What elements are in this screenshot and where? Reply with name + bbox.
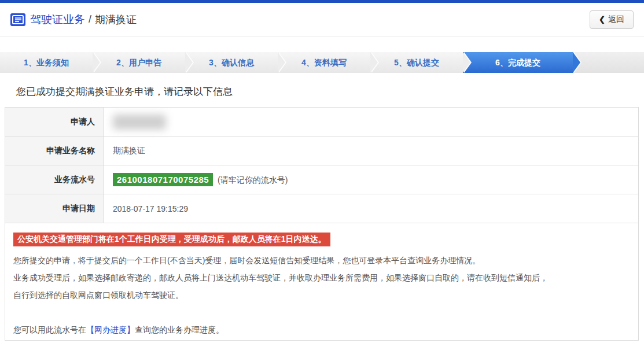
page-title: 期满换证 [95, 13, 137, 27]
serial-number-badge: 261001807170075285 [113, 173, 213, 186]
applicant-name-redacted [113, 115, 166, 130]
step-1-notice: 1、业务须知 [0, 52, 93, 73]
row-value: 2018-07-17 19:15:29 [104, 194, 639, 223]
step-4-fill-data: 4、资料填写 [278, 52, 370, 73]
step-label: 4、资料填写 [301, 58, 347, 67]
license-service-list-icon [10, 13, 25, 26]
title-separator: / [89, 13, 91, 25]
row-value: 261001807170075285 (请牢记你的流水号) [104, 165, 639, 194]
step-label: 6、完成提交 [495, 58, 540, 67]
progress-status-link[interactable]: 【网办进度】 [86, 325, 135, 334]
row-label: 申请日期 [5, 194, 104, 223]
progress-suffix: 查询您的业务办理进度。 [135, 325, 224, 334]
table-row-serial-number: 业务流水号 261001807170075285 (请牢记你的流水号) [5, 165, 639, 194]
page-header: 驾驶证业务 / 期满换证 ❮ 返回 [0, 3, 644, 36]
progress-prefix: 您可以用此流水号在 [13, 325, 86, 334]
notice-paragraph: 业务成功受理后，如果选择邮政寄递的，邮政人员将上门送达机动车驾驶证，并收取办理业… [13, 269, 630, 286]
table-row-service-name: 申请业务名称 期满换证 [5, 137, 639, 165]
table-row-apply-date: 申请日期 2018-07-17 19:15:29 [5, 194, 639, 223]
progress-query-line: 您可以用此流水号在【网办进度】查询您的业务办理进度。 [13, 321, 630, 338]
back-button[interactable]: ❮ 返回 [590, 10, 634, 29]
wizard-step-bar: 1、业务须知 2、用户申告 3、确认信息 4、资料填写 5、确认提交 6、完成提… [0, 52, 644, 73]
row-value: 期满换证 [104, 137, 639, 165]
notice-panel: 公安机关交通管理部门将在1个工作日内受理，受理成功后，邮政人员将在1日内送达。 … [5, 223, 639, 341]
alert-banner: 公安机关交通管理部门将在1个工作日内受理，受理成功后，邮政人员将在1日内送达。 [13, 233, 330, 246]
success-heading: 您已成功提交期满换证业务申请，请记录以下信息 [16, 85, 628, 98]
step-6-complete-active: 6、完成提交 [463, 52, 573, 73]
notice-paragraph: 您所提交的申请，将于提交后的一个工作日(不含当天)受理，届时会发送短信告知受理结… [13, 252, 630, 269]
back-button-label: 返回 [608, 14, 624, 25]
row-label: 申请业务名称 [5, 137, 104, 165]
chevron-left-icon: ❮ [599, 15, 605, 24]
step-label: 5、确认提交 [394, 58, 439, 67]
step-2-declaration: 2、用户申告 [93, 52, 185, 73]
section-title: 驾驶证业务 [30, 12, 85, 27]
step-5-confirm-submit: 5、确认提交 [370, 52, 463, 73]
serial-number-note: (请牢记你的流水号) [218, 175, 288, 185]
step-label: 1、业务须知 [24, 58, 69, 67]
row-value [104, 108, 639, 137]
notice-paragraph: 自行到选择的自取网点窗口领取机动车驾驶证。 [13, 286, 630, 304]
application-info-table: 申请人 申请业务名称 期满换证 业务流水号 261001807170075285… [5, 107, 639, 223]
step-bar-filler [573, 52, 644, 73]
step-label: 2、用户申告 [116, 58, 161, 67]
row-label: 申请人 [5, 108, 104, 137]
row-label: 业务流水号 [5, 165, 104, 194]
step-label: 3、确认信息 [209, 58, 254, 67]
table-row-applicant: 申请人 [5, 108, 639, 137]
step-3-confirm-info: 3、确认信息 [185, 52, 278, 73]
